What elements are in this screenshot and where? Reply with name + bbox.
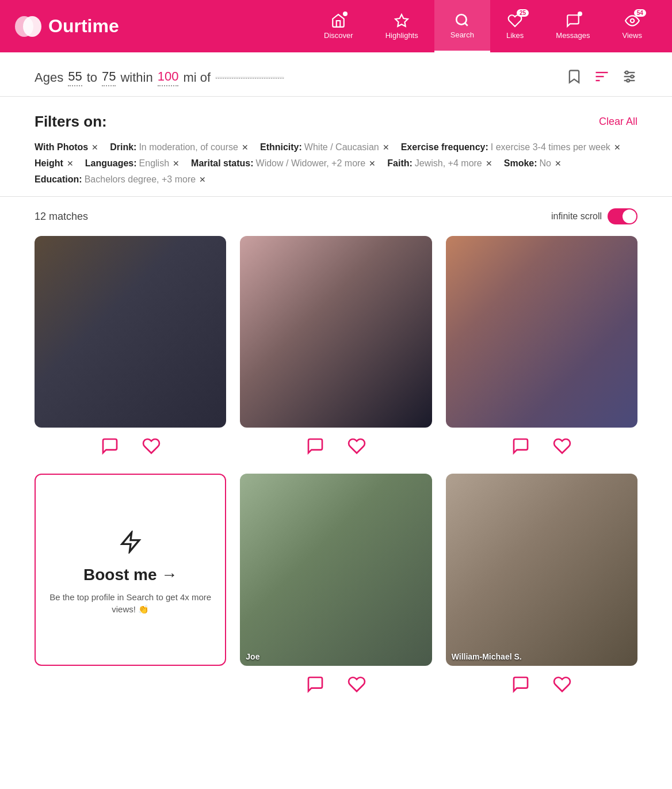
nav-item-discover[interactable]: Discover <box>308 0 369 52</box>
nav-item-highlights[interactable]: Highlights <box>369 0 434 52</box>
likes-icon: 25 <box>507 13 523 29</box>
nav-item-search[interactable]: Search <box>434 0 490 52</box>
messages-dot <box>578 12 582 16</box>
remove-faith[interactable]: ✕ <box>486 159 492 168</box>
filter-key-height: Height <box>35 158 63 169</box>
bookmark-icon[interactable] <box>566 68 582 87</box>
filter-tag-languages: Languages: English ✕ <box>85 158 180 169</box>
message-button-1[interactable] <box>101 437 119 455</box>
svg-point-3 <box>457 14 467 24</box>
location-input[interactable] <box>215 77 284 79</box>
nav-item-views[interactable]: 54 Views <box>606 0 658 52</box>
boost-card-inner[interactable]: Boost me → Be the top profile in Search … <box>35 474 226 665</box>
filter-val-drink: In moderation, of course <box>139 142 238 153</box>
filter-key-smoke: Smoke: <box>504 158 537 169</box>
clear-all-button[interactable]: Clear All <box>599 116 637 128</box>
cards-grid: Boost me → Be the top profile in Search … <box>35 236 637 698</box>
like-button-3[interactable] <box>553 437 571 455</box>
profile-card-6: William-Michael S. <box>446 474 637 697</box>
remove-smoke[interactable]: ✕ <box>555 159 562 168</box>
like-button-6[interactable] <box>553 675 571 693</box>
filter-val-education: Bachelors degree, +3 more <box>85 174 196 185</box>
like-button-2[interactable] <box>348 437 366 455</box>
results-count: 12 matches <box>35 211 88 223</box>
filter-tag-smoke: Smoke: No ✕ <box>504 158 562 169</box>
filter-key-with-photos: With Photos <box>35 142 88 153</box>
remove-with-photos[interactable]: ✕ <box>91 143 98 152</box>
logo[interactable]: Ourtime <box>14 15 119 38</box>
boost-card[interactable]: Boost me → Be the top profile in Search … <box>35 474 226 697</box>
profile-photo-6[interactable]: William-Michael S. <box>446 474 637 665</box>
card-actions-3 <box>446 428 637 460</box>
nav-label-search: Search <box>450 31 474 39</box>
profile-name-5: Joe <box>246 652 259 661</box>
filter-tag-education: Education: Bachelors degree, +3 more ✕ <box>35 174 206 185</box>
svg-marker-2 <box>395 14 408 26</box>
filter-val-exercise: I exercise 3-4 times per week <box>491 142 610 153</box>
filter-tag-ethnicity: Ethnicity: White / Caucasian ✕ <box>260 142 390 153</box>
remove-height[interactable]: ✕ <box>67 159 74 168</box>
filter-val-faith: Jewish, +4 more <box>415 158 482 169</box>
filter-sliders-icon[interactable] <box>621 68 637 87</box>
age-controls: Ages 55 to 75 within 100 mi of <box>35 69 566 86</box>
nav-items: Discover Highlights Search <box>308 0 658 52</box>
remove-ethnicity[interactable]: ✕ <box>383 143 390 152</box>
profile-photo-1[interactable] <box>35 236 226 428</box>
ages-label: Ages <box>35 70 63 85</box>
profile-card-5: Joe <box>240 474 432 697</box>
card-actions-2 <box>240 428 432 460</box>
filter-tag-exercise: Exercise frequency: I exercise 3-4 times… <box>401 142 621 153</box>
like-button-1[interactable] <box>142 437 161 455</box>
sort-icon[interactable] <box>594 68 610 87</box>
filter-key-exercise: Exercise frequency: <box>401 142 488 153</box>
infinite-scroll-label: infinite scroll <box>551 211 602 222</box>
likes-badge: 25 <box>517 9 529 17</box>
card-actions-6 <box>446 666 637 698</box>
remove-education[interactable]: ✕ <box>199 175 206 184</box>
message-button-2[interactable] <box>306 437 324 455</box>
filter-val-ethnicity: White / Caucasian <box>304 142 379 153</box>
filter-tag-with-photos: With Photos ✕ <box>35 142 98 153</box>
remove-exercise[interactable]: ✕ <box>614 143 621 152</box>
age-max[interactable]: 75 <box>102 69 116 86</box>
filter-tag-faith: Faith: Jewish, +4 more ✕ <box>387 158 492 169</box>
svg-line-4 <box>465 23 468 26</box>
profile-card-3 <box>446 236 637 460</box>
message-button-5[interactable] <box>306 675 324 693</box>
discover-dot <box>343 12 348 16</box>
infinite-scroll-toggle[interactable] <box>608 208 637 224</box>
filter-val-marital: Widow / Widower, +2 more <box>256 158 366 169</box>
search-actions <box>566 68 637 87</box>
svg-point-13 <box>631 75 633 78</box>
logo-text: Ourtime <box>48 16 119 37</box>
boost-title: Boost me → <box>83 566 177 584</box>
remove-drink[interactable]: ✕ <box>242 143 249 152</box>
nav-item-messages[interactable]: Messages <box>540 0 606 52</box>
filter-key-marital: Marital status: <box>191 158 253 169</box>
like-button-5[interactable] <box>348 675 366 693</box>
infinite-scroll-control: infinite scroll <box>551 208 637 224</box>
profile-photo-2[interactable] <box>240 236 432 428</box>
filter-val-smoke: No <box>540 158 551 169</box>
message-button-6[interactable] <box>511 675 530 693</box>
filters-title: Filters on: <box>35 113 107 131</box>
results-header: 12 matches infinite scroll <box>35 208 637 224</box>
within-val[interactable]: 100 <box>158 69 179 86</box>
profile-card-2 <box>240 236 432 460</box>
logo-icon <box>14 15 43 38</box>
nav-label-views: Views <box>623 31 642 40</box>
mi-of-label: mi of <box>183 70 211 85</box>
nav-item-likes[interactable]: 25 Likes <box>490 0 540 52</box>
message-button-3[interactable] <box>511 437 530 455</box>
remove-marital[interactable]: ✕ <box>369 159 376 168</box>
profile-photo-5[interactable]: Joe <box>240 474 432 665</box>
profile-photo-3[interactable] <box>446 236 637 428</box>
highlights-icon <box>394 13 410 29</box>
age-min[interactable]: 55 <box>68 69 82 86</box>
toggle-knob <box>623 209 636 223</box>
remove-languages[interactable]: ✕ <box>173 159 180 168</box>
search-bar: Ages 55 to 75 within 100 mi of <box>0 52 672 97</box>
filter-key-ethnicity: Ethnicity: <box>260 142 302 153</box>
svg-marker-15 <box>122 532 139 551</box>
nav-label-discover: Discover <box>324 31 353 40</box>
